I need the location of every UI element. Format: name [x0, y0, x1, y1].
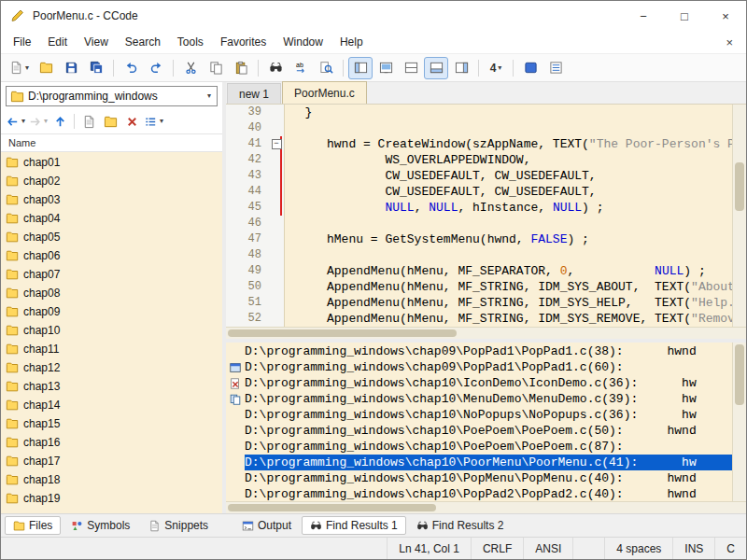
folder-item[interactable]: chap07	[1, 265, 222, 284]
save-button[interactable]	[59, 57, 83, 79]
code-line[interactable]: 47 hMenu = GetSystemMenu(hwnd, FALSE) ;	[226, 231, 732, 247]
folder-item[interactable]: chap12	[1, 358, 222, 377]
new-document-button[interactable]	[78, 111, 99, 132]
close-document-button[interactable]: ×	[716, 35, 742, 49]
result-row[interactable]: D:\programming_windows\chap10\PoePoem\Po…	[226, 423, 732, 439]
display-settings-button[interactable]	[518, 57, 543, 79]
tab-new-1[interactable]: new 1	[227, 83, 281, 104]
result-row[interactable]: D:\programming_windows\chap10\NoPopups\N…	[226, 407, 732, 423]
code-line[interactable]: 42 WS_OVERLAPPEDWINDOW,	[226, 152, 732, 168]
toggle-fullscreen-button[interactable]	[374, 57, 398, 79]
tab-files[interactable]: Files	[5, 516, 61, 535]
folder-item[interactable]: chap18	[1, 470, 222, 489]
code-line[interactable]: 46	[226, 216, 732, 231]
folder-item[interactable]: chap01	[1, 153, 222, 172]
code-line[interactable]: 43 CW_USEDEFAULT, CW_USEDEFAULT,	[226, 168, 732, 184]
combo-dropdown-icon[interactable]: ▾	[202, 87, 217, 105]
tab-symbols[interactable]: Symbols	[63, 516, 138, 535]
menu-item-window[interactable]: Window	[275, 33, 331, 51]
save-all-button[interactable]	[84, 57, 108, 79]
folder-item[interactable]: chap19	[1, 489, 222, 508]
result-row[interactable]: D:\programming_windows\chap09\PopPad1\Po…	[226, 343, 732, 359]
result-row[interactable]: D:\programming_windows\chap10\IconDemo\I…	[226, 375, 732, 391]
folder-item[interactable]: chap08	[1, 284, 222, 302]
tab-find-results-1[interactable]: Find Results 1	[302, 516, 406, 535]
folder-item[interactable]: chap05	[1, 228, 222, 246]
find-in-files-button[interactable]	[314, 57, 338, 79]
folder-item[interactable]: chap09	[1, 302, 222, 321]
minimize-button[interactable]: −	[623, 1, 664, 31]
code-line[interactable]: 49 AppendMenu(hMenu, MF_SEPARATOR, 0, NU…	[226, 263, 732, 279]
scrollbar-thumb[interactable]	[735, 344, 744, 405]
forward-button[interactable]: ▾	[27, 111, 49, 132]
close-button[interactable]: ×	[705, 1, 746, 31]
folder-path-combo[interactable]: D:\programming_windows ▾	[6, 86, 218, 106]
code-line[interactable]: 40	[226, 120, 732, 136]
code-line[interactable]: 52 AppendMenu(hMenu, MF_STRING, IDM_SYS_…	[226, 311, 732, 327]
redo-button[interactable]	[144, 57, 168, 79]
toggle-file-pane-button[interactable]	[348, 57, 373, 79]
result-row[interactable]: D:\programming_windows\chap10\PoePoem\Po…	[226, 439, 732, 455]
folder-item[interactable]: chap14	[1, 396, 222, 414]
folder-item[interactable]: chap13	[1, 377, 222, 396]
menu-item-help[interactable]: Help	[331, 33, 372, 51]
delete-button[interactable]	[121, 111, 142, 132]
folder-item[interactable]: chap02	[1, 172, 222, 190]
new-file-button[interactable]: ▾	[6, 57, 33, 79]
open-file-button[interactable]	[34, 57, 58, 79]
new-folder-button[interactable]	[100, 111, 120, 132]
copy-button[interactable]	[204, 57, 228, 79]
result-row[interactable]: D:\programming_windows\chap10\PopMenu\Po…	[226, 470, 732, 486]
editor-vertical-scrollbar[interactable]	[732, 105, 746, 327]
tab-output[interactable]: Output	[233, 516, 300, 535]
results-horizontal-scrollbar[interactable]	[226, 501, 746, 513]
results-vertical-scrollbar[interactable]	[732, 343, 746, 501]
properties-button[interactable]	[543, 57, 568, 79]
code-line[interactable]: 48	[226, 247, 732, 263]
folder-item[interactable]: chap04	[1, 209, 222, 228]
tab-snippets[interactable]: Snippets	[140, 516, 217, 535]
back-button[interactable]: ▾	[5, 111, 26, 132]
folder-item[interactable]: chap10	[1, 321, 222, 340]
folder-item[interactable]: chap06	[1, 246, 222, 265]
editor-horizontal-scrollbar[interactable]	[226, 327, 746, 339]
toggle-split-button[interactable]	[399, 57, 423, 79]
toggle-output-pane-button[interactable]	[424, 57, 448, 79]
folder-item[interactable]: chap17	[1, 452, 222, 470]
replace-button[interactable]: ab	[289, 57, 313, 79]
result-row[interactable]: D:\programming_windows\chap10\MenuDemo\M…	[226, 391, 732, 407]
result-row[interactable]: D:\programming_windows\chap09\PopPad1\Po…	[226, 359, 732, 375]
code-line[interactable]: 41− hwnd = CreateWindow(szAppName, TEXT(…	[226, 136, 732, 152]
menu-item-edit[interactable]: Edit	[39, 33, 76, 51]
code-line[interactable]: 44 CW_USEDEFAULT, CW_USEDEFAULT,	[226, 184, 732, 200]
menu-item-file[interactable]: File	[5, 33, 39, 51]
folder-item[interactable]: chap03	[1, 190, 222, 209]
result-row[interactable]: D:\programming_windows\chap10\PopPad2\Po…	[226, 486, 732, 501]
view-mode-button[interactable]: ▾	[143, 111, 164, 132]
name-column-header[interactable]: Name	[1, 133, 222, 152]
menu-item-view[interactable]: View	[76, 33, 117, 51]
folder-item[interactable]: chap15	[1, 414, 222, 433]
code-line[interactable]: 39 }	[226, 105, 732, 120]
menu-item-favorites[interactable]: Favorites	[212, 33, 275, 51]
menu-item-search[interactable]: Search	[117, 33, 169, 51]
paste-button[interactable]	[229, 57, 253, 79]
code-line[interactable]: 50 AppendMenu(hMenu, MF_STRING, IDM_SYS_…	[226, 279, 732, 295]
menu-item-tools[interactable]: Tools	[169, 33, 212, 51]
code-area[interactable]: 39 }4041− hwnd = CreateWindow(szAppName,…	[226, 105, 732, 327]
code-line[interactable]: 51 AppendMenu(hMenu, MF_STRING, IDM_SYS_…	[226, 295, 732, 311]
maximize-button[interactable]: □	[664, 1, 705, 31]
folder-item[interactable]: chap16	[1, 433, 222, 452]
tab-poormenu-c[interactable]: PoorMenu.c	[282, 81, 367, 104]
scrollbar-thumb[interactable]	[735, 162, 744, 211]
fold-toggle-icon[interactable]: −	[272, 139, 282, 149]
code-line[interactable]: 45 NULL, NULL, hInstance, NULL) ;	[226, 200, 732, 216]
result-row[interactable]: D:\programming_windows\chap10\PoorMenu\P…	[226, 455, 732, 470]
scrollbar-thumb[interactable]	[228, 504, 436, 511]
tab-find-results-2[interactable]: Find Results 2	[408, 516, 513, 535]
up-button[interactable]	[49, 111, 70, 132]
find-button[interactable]	[263, 57, 288, 79]
font-size-button[interactable]: 4▾	[484, 57, 508, 79]
toggle-symbols-pane-button[interactable]	[449, 57, 473, 79]
folder-item[interactable]: chap11	[1, 340, 222, 358]
